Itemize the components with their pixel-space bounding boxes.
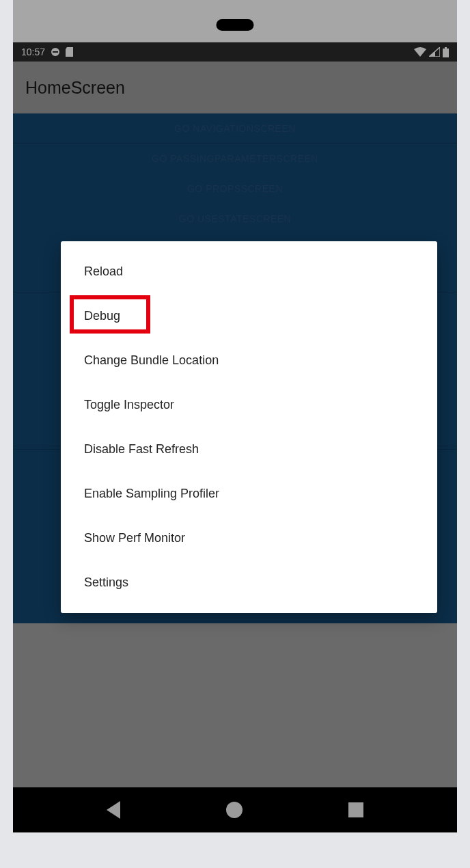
recent-apps-icon[interactable] [348,802,363,817]
dev-menu-item-label: Disable Fast Refresh [84,442,199,457]
dev-menu-item-settings[interactable]: Settings [61,560,437,605]
home-icon[interactable] [226,802,243,818]
dev-menu-item-label: Toggle Inspector [84,398,174,412]
dev-menu-item-label: Change Bundle Location [84,353,219,368]
dev-menu-item-debug[interactable]: Debug [61,294,437,338]
dev-menu-item-label: Debug [84,309,120,323]
dev-menu-item-label: Enable Sampling Profiler [84,487,219,501]
dev-menu-item-label: Reload [84,265,123,279]
device-notch [217,19,254,31]
dev-menu-item-toggle-inspector[interactable]: Toggle Inspector [61,383,437,427]
dev-menu-item-show-perf-monitor[interactable]: Show Perf Monitor [61,516,437,560]
dev-menu-item-change-bundle-location[interactable]: Change Bundle Location [61,338,437,383]
dev-menu-item-enable-sampling-profiler[interactable]: Enable Sampling Profiler [61,472,437,516]
dev-menu: Reload Debug Change Bundle Location Togg… [61,241,437,613]
dev-menu-item-disable-fast-refresh[interactable]: Disable Fast Refresh [61,427,437,472]
device-frame: 10:57 HomeScreen GO NAVIGAT [13,0,457,832]
android-nav-bar [13,787,457,832]
dev-menu-item-reload[interactable]: Reload [61,249,437,294]
dev-menu-item-label: Show Perf Monitor [84,531,185,545]
dev-menu-item-label: Settings [84,575,128,590]
back-icon[interactable] [107,801,120,819]
